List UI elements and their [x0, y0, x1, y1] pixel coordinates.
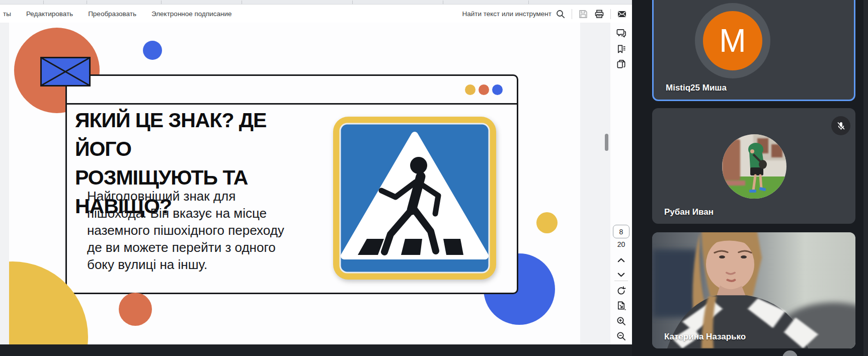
participant-tile[interactable]: M Mistiq25 Миша [652, 0, 855, 101]
rotate-icon[interactable] [616, 286, 626, 296]
tab-separator [43, 1, 44, 4]
tab-separator [443, 1, 443, 4]
page-down-icon[interactable] [616, 270, 626, 280]
search-control[interactable]: Найти текст или инструмент [462, 9, 566, 19]
search-label: Найти текст или инструмент [462, 10, 551, 18]
menu-item-edit[interactable]: Редактировать [26, 10, 73, 18]
browser-frame-header [67, 76, 517, 105]
participant-tile[interactable]: Катерина Назарько [652, 232, 855, 348]
search-icon[interactable] [556, 9, 566, 19]
tab-separator [352, 1, 353, 4]
page-up-icon[interactable] [616, 255, 626, 265]
zoom-in-icon[interactable] [616, 316, 626, 326]
pedestrian-crossing-sign [332, 115, 498, 281]
pdf-scrollbar-thumb[interactable] [605, 134, 608, 151]
avatar-photo [722, 134, 786, 199]
mic-muted-icon [831, 116, 850, 135]
tab-separator [242, 1, 242, 4]
window-dot-yellow [465, 84, 476, 95]
avatar-ring: M [695, 3, 770, 78]
decor-circle-blue-small [143, 41, 162, 60]
participant-name: Катерина Назарько [664, 332, 746, 342]
window-dot-blue [492, 84, 503, 95]
decor-circle-yellow-small [536, 212, 558, 233]
decor-circle-orange-small [119, 293, 152, 326]
tab-separator [161, 1, 162, 4]
toolbar-divider [610, 9, 611, 19]
bottom-taskbar [0, 344, 632, 356]
avatar-letter: M [703, 11, 762, 70]
panel-scrollbar-track[interactable] [863, 0, 868, 356]
menu-bar: ты Редактировать Преобразовать Электронн… [0, 5, 632, 23]
toolbar-divider [614, 281, 628, 281]
comments-icon[interactable] [616, 28, 626, 38]
bookmarks-icon[interactable] [616, 44, 626, 54]
slide-page: ЯКИЙ ЦЕ ЗНАК? ДЕ ЙОГО РОЗМІЩУЮТЬ ТА НАВІ… [9, 23, 580, 344]
slide-browser-frame: ЯКИЙ ЦЕ ЗНАК? ДЕ ЙОГО РОЗМІЩУЮТЬ ТА НАВІ… [65, 74, 518, 294]
slide-title-line1: ЯКИЙ ЦЕ ЗНАК? ДЕ ЙОГО [75, 106, 306, 163]
toolbar-divider [572, 9, 572, 19]
slide-body-text: Найголовніший знак для пішохода. Він вка… [87, 188, 293, 273]
meeting-participants-panel: M Mistiq25 Миша [632, 0, 868, 356]
total-pages-label: 20 [610, 240, 632, 248]
copy-pages-icon[interactable] [616, 59, 626, 69]
save-icon[interactable] [578, 9, 588, 19]
participant-name: Рубан Иван [664, 207, 714, 217]
current-page-input[interactable]: 8 [613, 225, 629, 238]
webcam-video [652, 232, 855, 348]
pdf-viewer-window: ты Редактировать Преобразовать Электронн… [0, 0, 632, 356]
pdf-side-toolbar: 8 20 [610, 23, 632, 344]
print-icon[interactable] [594, 9, 604, 19]
tab-separator [528, 1, 529, 4]
fit-page-icon[interactable] [616, 300, 626, 311]
email-icon[interactable] [617, 9, 627, 19]
scroll-more-button[interactable] [782, 350, 798, 356]
menu-item-esign[interactable]: Электронное подписание [151, 10, 232, 18]
participant-name: Mistiq25 Миша [666, 83, 727, 93]
tab-separator [87, 1, 87, 4]
zoom-out-icon[interactable] [616, 331, 626, 341]
envelope-decor-icon [40, 57, 91, 86]
window-dot-orange [479, 84, 489, 95]
menu-item-tools[interactable]: ты [3, 10, 11, 18]
pdf-page-area: ЯКИЙ ЦЕ ЗНАК? ДЕ ЙОГО РОЗМІЩУЮТЬ ТА НАВІ… [0, 23, 632, 344]
browser-tab-strip [0, 0, 632, 5]
participant-tile[interactable]: Рубан Иван [652, 108, 855, 224]
menu-item-convert[interactable]: Преобразовать [88, 10, 136, 18]
